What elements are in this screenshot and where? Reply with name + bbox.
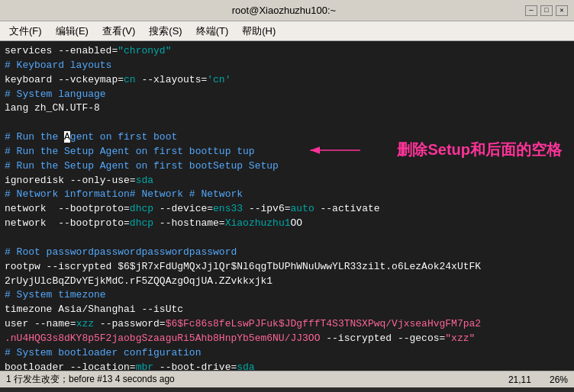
status-bar: 1 行发生改变；before #13 4 seconds ago 21,11 2… [0, 371, 574, 387]
menu-edit[interactable]: 编辑(E) [50, 23, 95, 40]
terminal-line-2: # Keyboard layouts [5, 59, 569, 73]
status-left: 1 行发生改变；before #13 4 seconds ago [6, 373, 175, 386]
title-bar-buttons: ─ □ ✕ [525, 5, 568, 16]
terminal-line-4: # System language [5, 88, 569, 102]
menu-terminal[interactable]: 终端(T) [190, 23, 235, 40]
menu-view[interactable]: 查看(V) [96, 23, 141, 40]
terminal-line-5: lang zh_CN.UTF-8 [5, 101, 569, 116]
terminal-line-8: # Run the Setup Agent on first boottup t… [5, 145, 569, 159]
terminal-line-17: 2rUyjUlcBqZDvYEjkMdC.rF5ZQQAzgOqjUA.ZZvk… [5, 275, 569, 289]
menu-search[interactable]: 搜索(S) [143, 23, 188, 40]
terminal[interactable]: services --enabled="chronyd" # Keyboard … [0, 41, 574, 371]
terminal-line-10: ignoredisk --only-use=sda [5, 174, 569, 188]
terminal-line-13: network --bootproto=dhcp --hostname=Xiao… [5, 217, 569, 231]
terminal-line-18: # System timezone [5, 288, 569, 303]
status-position: 21,11 [508, 374, 531, 385]
title-bar: root@Xiaozhuzhu100:~ ─ □ ✕ [0, 0, 574, 21]
terminal-line-9: # Run the Setup Agent on first bootSetup… [5, 159, 569, 174]
menu-file[interactable]: 文件(F) [3, 23, 48, 40]
terminal-line-19: timezone Asia/Shanghai --isUtc [5, 303, 569, 317]
terminal-line-1: services --enabled="chronyd" [5, 44, 569, 59]
terminal-line-3: keyboard --vckeymap=cn --xlayouts='cn' [5, 73, 569, 88]
status-right-group: 21,11 26% [508, 374, 568, 385]
close-button[interactable]: ✕ [556, 5, 568, 16]
terminal-line-7: # Run the Agent on first boot [5, 130, 569, 145]
terminal-line-6 [5, 116, 569, 130]
status-percent: 26% [550, 374, 568, 385]
terminal-line-14 [5, 231, 569, 246]
terminal-line-11: # Network information# Network # Network [5, 188, 569, 202]
terminal-line-12: network --bootproto=dhcp --device=ens33 … [5, 202, 569, 217]
title-bar-title: root@Xiaozhuzhu100:~ [43, 5, 525, 16]
terminal-line-22: # System bootloader configuration [5, 346, 569, 361]
menu-help[interactable]: 帮助(H) [236, 23, 282, 40]
terminal-line-15: # Root passwordpasswordpasswordpassword [5, 246, 569, 260]
menu-bar: 文件(F) 编辑(E) 查看(V) 搜索(S) 终端(T) 帮助(H) [0, 21, 574, 41]
terminal-line-21: .nU4HQG3s8dKY8p5F2jaobgSzaaguRi5Ahb8HnpY… [5, 332, 569, 346]
terminal-line-20: user --name=xzz --password=$6$Fc86s8feLs… [5, 317, 569, 332]
maximize-button[interactable]: □ [540, 5, 553, 16]
minimize-button[interactable]: ─ [525, 5, 537, 16]
terminal-line-16: rootpw --iscrypted $6$jR7xFdUgMQxJjlQr$N… [5, 260, 569, 275]
terminal-line-23: bootloader --location=mbr --boot-drive=s… [5, 361, 569, 371]
